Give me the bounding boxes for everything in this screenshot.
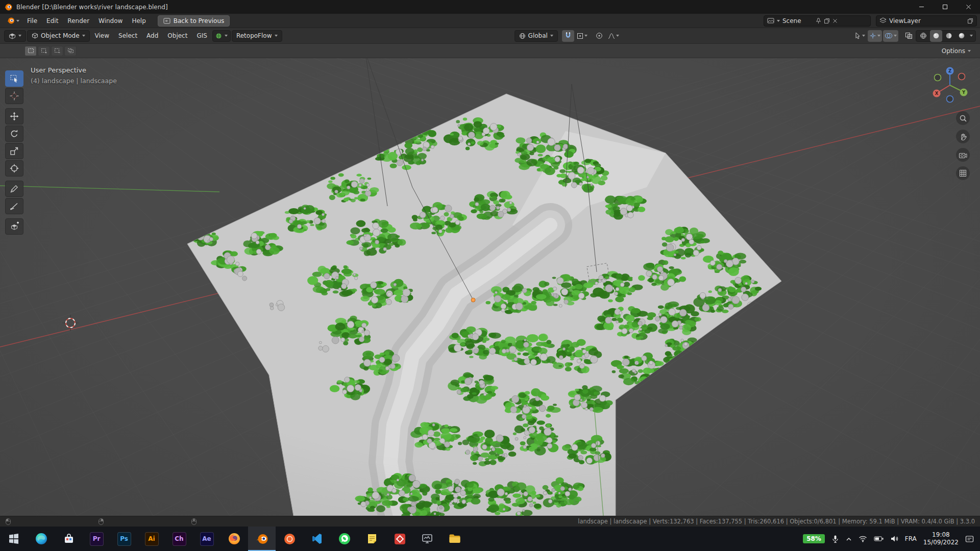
navigation-gizmo[interactable]: Z X Y xyxy=(930,65,970,105)
menu-select[interactable]: Select xyxy=(114,30,141,41)
blender-menu-button[interactable] xyxy=(3,16,22,26)
taskbar-red-app-icon[interactable] xyxy=(386,527,413,551)
menu-view[interactable]: View xyxy=(91,30,113,41)
viewlayer-selector[interactable]: ViewLayer xyxy=(876,15,977,27)
chevron-down-icon xyxy=(16,20,19,22)
select-mode-extend-button[interactable] xyxy=(38,46,50,56)
battery-icon[interactable] xyxy=(874,536,884,542)
taskbar-clock[interactable]: 19:08 15/09/2022 xyxy=(923,531,959,546)
menu-help[interactable]: Help xyxy=(127,15,150,27)
tool-add-cube-button[interactable] xyxy=(5,218,23,235)
taskbar-illustrator-icon[interactable]: Ai xyxy=(138,527,165,551)
retopoflow-label: RetopoFlow xyxy=(236,32,272,39)
wifi-icon[interactable] xyxy=(859,535,867,542)
maximize-button[interactable] xyxy=(933,0,957,14)
snap-toggle-button[interactable] xyxy=(562,30,574,42)
back-to-previous-button[interactable]: Back to Previous xyxy=(158,15,230,27)
duplicate-icon[interactable] xyxy=(967,18,973,24)
keyboard-language[interactable]: FRA xyxy=(905,535,917,542)
taskbar-blender-icon[interactable] xyxy=(248,527,276,551)
gizmo-y-label: Y xyxy=(962,90,966,95)
menu-render[interactable]: Render xyxy=(63,15,94,27)
viewport-canvas-area: User Perspective (4) landscape | landsca… xyxy=(0,58,980,516)
shading-rendered-button[interactable] xyxy=(955,30,968,42)
tool-scale-button[interactable] xyxy=(5,143,23,159)
falloff-dropdown[interactable] xyxy=(606,30,621,42)
tool-move-button[interactable] xyxy=(5,108,23,124)
viewlayer-name: ViewLayer xyxy=(889,17,921,24)
object-visibility-dropdown[interactable] xyxy=(853,30,867,42)
mode-dropdown[interactable]: Object Mode xyxy=(27,30,90,42)
options-dropdown[interactable]: Options xyxy=(938,46,975,56)
shading-material-button[interactable] xyxy=(943,30,955,42)
menu-object[interactable]: Object xyxy=(163,30,191,41)
taskbar-whatsapp-icon[interactable] xyxy=(331,527,358,551)
taskbar-firefox-icon[interactable] xyxy=(220,527,248,551)
minimize-button[interactable] xyxy=(910,0,933,14)
show-gizmo-dropdown[interactable] xyxy=(868,30,882,42)
globe-green-icon xyxy=(215,33,222,39)
menu-file[interactable]: File xyxy=(22,15,42,27)
chevron-down-icon xyxy=(550,35,553,37)
retopoflow-dropdown[interactable]: RetopoFlow xyxy=(232,30,282,42)
taskbar-vscode-icon[interactable] xyxy=(303,527,331,551)
blender-window: Blender [D:\Blender works\river landscap… xyxy=(0,0,980,551)
tool-transform-button[interactable] xyxy=(5,160,23,177)
notification-center-icon[interactable] xyxy=(965,535,974,543)
tool-cursor-3d-button[interactable] xyxy=(5,88,23,104)
zoom-button[interactable] xyxy=(956,111,970,125)
show-overlays-dropdown[interactable] xyxy=(883,30,898,42)
taskbar-utility-app-icon[interactable] xyxy=(413,527,441,551)
tool-measure-button[interactable] xyxy=(5,198,23,214)
tool-select-box-button[interactable] xyxy=(5,70,23,87)
gizmo-minus-z-axis[interactable] xyxy=(947,96,953,103)
tool-annotate-button[interactable] xyxy=(5,181,23,197)
battery-percent-badge[interactable]: 58% xyxy=(803,534,825,543)
gizmo-minus-y-axis[interactable] xyxy=(935,74,941,81)
unlink-x-icon[interactable] xyxy=(832,18,838,23)
microphone-icon[interactable] xyxy=(831,535,839,543)
snap-target-dropdown[interactable] xyxy=(575,30,589,42)
select-mode-intersect-button[interactable] xyxy=(64,46,77,56)
select-mode-subtract-button[interactable] xyxy=(51,46,63,56)
editor-type-button[interactable] xyxy=(4,30,26,42)
gizmo-icon xyxy=(869,32,876,39)
mouse-icon xyxy=(98,518,104,525)
shading-solid-button[interactable] xyxy=(930,30,942,42)
gis-basemap-button[interactable] xyxy=(212,30,231,42)
duplicate-icon[interactable] xyxy=(824,18,830,24)
chevron-down-icon xyxy=(862,35,865,37)
select-mode-new-button[interactable] xyxy=(24,46,37,56)
object-origin-dot xyxy=(471,298,475,302)
camera-view-button[interactable] xyxy=(956,148,970,162)
speaker-icon[interactable] xyxy=(890,535,898,542)
taskbar-character-animator-icon[interactable]: Ch xyxy=(165,527,193,551)
xray-toggle[interactable] xyxy=(902,30,915,42)
menu-window[interactable]: Window xyxy=(94,15,127,27)
taskbar-store-icon[interactable] xyxy=(55,527,83,551)
taskbar-photoshop-icon[interactable]: Ps xyxy=(110,527,138,551)
hand-icon xyxy=(959,133,967,141)
proportional-edit-toggle[interactable] xyxy=(593,30,605,42)
gizmo-minus-x-axis[interactable] xyxy=(959,73,965,80)
menu-edit[interactable]: Edit xyxy=(42,15,63,27)
taskbar-edge-icon[interactable] xyxy=(28,527,55,551)
taskbar-after-effects-icon[interactable]: Ae xyxy=(193,527,220,551)
taskbar-premiere-icon[interactable]: Pr xyxy=(83,527,110,551)
scene-selector[interactable]: Scene xyxy=(764,15,871,27)
taskbar-windows-start-icon[interactable] xyxy=(0,527,28,551)
tool-rotate-button[interactable] xyxy=(5,126,23,142)
shading-wireframe-button[interactable] xyxy=(917,30,929,42)
ortho-toggle-button[interactable] xyxy=(956,166,970,180)
taskbar-orange-app-icon[interactable] xyxy=(276,527,303,551)
transform-orientation-dropdown[interactable]: Global xyxy=(514,30,558,42)
pan-button[interactable] xyxy=(956,130,970,143)
tray-expand-icon[interactable] xyxy=(846,537,852,541)
taskbar-notes-icon[interactable] xyxy=(358,527,386,551)
taskbar-file-explorer-icon[interactable] xyxy=(441,527,469,551)
3d-scene[interactable] xyxy=(0,58,980,516)
menu-add[interactable]: Add xyxy=(142,30,162,41)
menu-gis[interactable]: GIS xyxy=(192,30,211,41)
pin-icon[interactable] xyxy=(816,18,821,24)
close-button[interactable] xyxy=(957,0,980,14)
